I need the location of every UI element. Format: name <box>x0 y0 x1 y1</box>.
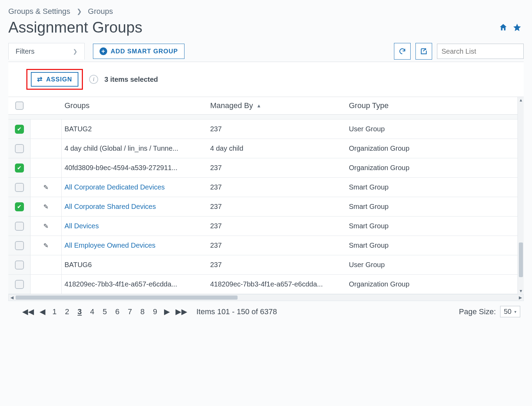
table-row: ✎All Corporate Dedicated Devices237Smart… <box>8 178 524 197</box>
checkbox-cell <box>8 255 31 274</box>
scroll-left-icon[interactable]: ◀ <box>9 295 15 300</box>
row-checkbox[interactable] <box>15 164 24 173</box>
horizontal-scroll-thumb[interactable] <box>16 295 238 300</box>
edit-cell: ✎ <box>31 178 62 197</box>
groups-header[interactable]: Groups <box>62 97 207 114</box>
group-type-cell: Organization Group <box>346 140 517 157</box>
group-name-cell[interactable]: All Corporate Dedicated Devices <box>62 178 207 196</box>
checkbox-cell <box>8 178 31 197</box>
home-icon[interactable] <box>499 23 508 32</box>
page-number[interactable]: 6 <box>114 307 121 316</box>
row-checkbox[interactable] <box>15 183 24 192</box>
next-page-button[interactable]: ▶ <box>164 307 170 316</box>
search-input[interactable] <box>437 44 524 59</box>
prev-page-button[interactable]: ◀ <box>40 307 45 316</box>
filters-label: Filters <box>16 47 34 55</box>
group-type-cell: User Group <box>346 256 517 274</box>
managed-by-cell: 237 <box>207 159 346 177</box>
page-number[interactable]: 7 <box>127 307 134 316</box>
add-smart-group-button[interactable]: + ADD SMART GROUP <box>93 44 185 59</box>
row-checkbox[interactable] <box>15 222 24 231</box>
horizontal-scroll-track[interactable] <box>15 295 517 300</box>
row-checkbox[interactable] <box>15 202 24 211</box>
page-number[interactable]: 2 <box>63 307 70 316</box>
managed-by-header[interactable]: Managed By ▲ <box>207 97 346 114</box>
scroll-down-icon[interactable]: ▼ <box>519 289 523 293</box>
breadcrumb-root[interactable]: Groups & Settings <box>8 7 70 16</box>
page-size-select[interactable]: 50 ▾ <box>500 306 520 317</box>
managed-by-cell: 237 <box>207 237 346 254</box>
scroll-up-icon[interactable]: ▲ <box>519 98 523 103</box>
scroll-right-icon[interactable]: ▶ <box>517 295 523 300</box>
row-checkbox[interactable] <box>15 241 24 250</box>
page-number[interactable]: 1 <box>51 307 58 316</box>
table-row: 40fd3809-b9ec-4594-a539-272911...237Orga… <box>8 158 524 178</box>
group-name-cell: BATUG6 <box>62 256 207 274</box>
info-icon[interactable]: i <box>89 75 98 84</box>
group-name-cell[interactable]: All Employee Owned Devices <box>62 237 207 254</box>
breadcrumb-current[interactable]: Groups <box>88 7 113 16</box>
last-page-button[interactable]: ▶▶ <box>175 307 187 316</box>
group-name-cell[interactable]: All Devices <box>62 217 207 235</box>
page-number[interactable]: 9 <box>152 307 158 316</box>
assign-highlight-box: ⇄ ASSIGN <box>26 69 83 90</box>
pencil-icon[interactable]: ✎ <box>43 242 49 249</box>
star-icon[interactable] <box>513 23 522 32</box>
row-checkbox[interactable] <box>15 144 24 153</box>
horizontal-scrollbar[interactable]: ◀ ▶ <box>8 294 524 301</box>
add-smart-group-label: ADD SMART GROUP <box>111 48 178 55</box>
edit-cell <box>31 139 62 158</box>
pager: ◀◀ ◀ 123456789 ▶ ▶▶ Items 101 - 150 of 6… <box>8 301 524 317</box>
select-all-checkbox[interactable] <box>15 102 24 110</box>
managed-by-cell: 237 <box>207 120 346 138</box>
edit-cell: ✎ <box>31 236 62 255</box>
managed-by-cell: 418209ec-7bb3-4f1e-a657-e6cdda... <box>207 275 346 293</box>
page-number[interactable]: 3 <box>76 307 83 316</box>
table-row: 418209ec-7bb3-4f1e-a657-e6cdda...418209e… <box>8 275 524 294</box>
table-body: BATUG2237User Group4 day child (Global /… <box>8 115 524 294</box>
pencil-icon[interactable]: ✎ <box>43 222 49 230</box>
group-name-cell[interactable]: All Corporate Shared Devices <box>62 198 207 215</box>
checkbox-cell <box>8 120 31 139</box>
group-name-cell: BATUG2 <box>62 120 207 138</box>
vertical-scroll-thumb[interactable] <box>519 242 523 277</box>
row-checkbox[interactable] <box>15 125 24 134</box>
group-type-cell: Organization Group <box>346 275 517 293</box>
page-size-label: Page Size: <box>459 307 496 316</box>
assign-button[interactable]: ⇄ ASSIGN <box>31 72 78 87</box>
managed-by-cell: 237 <box>207 198 346 215</box>
edit-cell <box>31 275 62 294</box>
pencil-icon[interactable]: ✎ <box>43 184 49 191</box>
page-number[interactable]: 8 <box>139 307 146 316</box>
chevron-right-icon: ❯ <box>77 8 82 15</box>
shuffle-icon: ⇄ <box>37 76 43 83</box>
row-checkbox[interactable] <box>15 280 24 289</box>
export-icon <box>420 47 428 55</box>
table-row: ✎All Devices237Smart Group <box>8 217 524 236</box>
edit-cell <box>31 120 62 139</box>
table-header-row: Groups Managed By ▲ Group Type <box>8 97 524 115</box>
pencil-icon[interactable]: ✎ <box>43 203 49 211</box>
table-top-strip <box>8 115 524 120</box>
group-type-cell: Organization Group <box>346 159 517 177</box>
pager-range-text: Items 101 - 150 of 6378 <box>196 307 277 316</box>
page-number[interactable]: 4 <box>89 307 96 316</box>
table-row: BATUG2237User Group <box>8 120 524 139</box>
page-number[interactable]: 5 <box>101 307 108 316</box>
filters-tab[interactable]: Filters ❯ <box>8 43 85 60</box>
row-checkbox[interactable] <box>15 261 24 270</box>
managed-by-label: Managed By <box>210 101 253 110</box>
checkbox-cell <box>8 236 31 255</box>
table-row: 4 day child (Global / lin_ins / Tunne...… <box>8 139 524 158</box>
group-type-cell: Smart Group <box>346 178 517 196</box>
export-button[interactable] <box>415 43 432 60</box>
sort-asc-icon: ▲ <box>257 103 261 108</box>
vertical-scrollbar[interactable]: ▲ ▼ <box>517 97 524 294</box>
table-row: ✎All Corporate Shared Devices237Smart Gr… <box>8 197 524 217</box>
table-row: BATUG6237User Group <box>8 255 524 275</box>
first-page-button[interactable]: ◀◀ <box>22 307 34 316</box>
refresh-button[interactable] <box>394 43 411 60</box>
group-name-cell: 4 day child (Global / lin_ins / Tunne... <box>62 140 207 157</box>
group-type-header[interactable]: Group Type <box>346 97 517 114</box>
selected-count-text: 3 items selected <box>104 76 158 83</box>
